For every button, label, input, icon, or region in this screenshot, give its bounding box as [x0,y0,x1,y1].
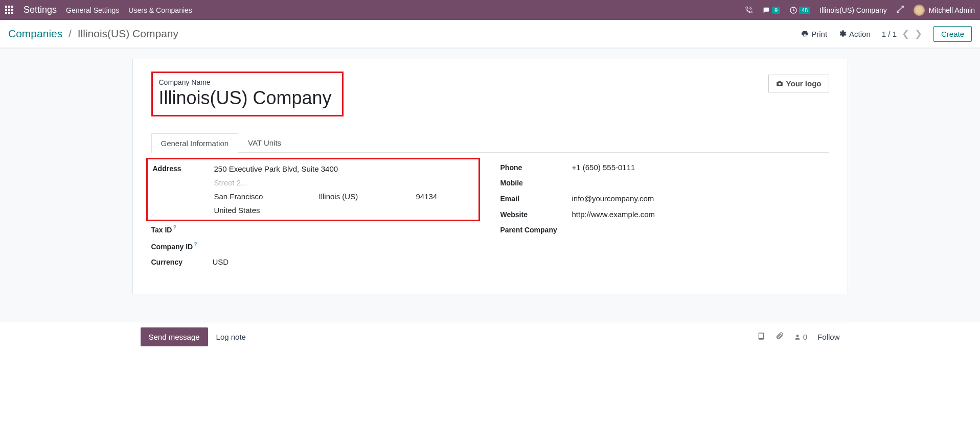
phone-field[interactable]: +1 (650) 555-0111 [572,163,829,172]
app-title: Settings [24,5,57,15]
company-name-field[interactable]: Illinois(US) Company [159,87,332,109]
nav-users-companies[interactable]: Users & Companies [128,6,192,14]
followers-button[interactable]: 0 [794,333,807,341]
form-column-left: Address 250 Executive Park Blvd, Suite 3… [151,163,480,273]
currency-label: Currency [151,258,213,266]
breadcrumb: Companies / Illinois(US) Company [8,28,178,40]
company-id-label: Company ID? [151,241,213,251]
zip-field[interactable]: 94134 [416,192,438,201]
tax-id-label: Tax ID? [151,224,213,234]
country-field[interactable]: United States [214,206,469,215]
follow-button[interactable]: Follow [817,333,839,341]
address-highlight-box: Address 250 Executive Park Blvd, Suite 3… [146,158,480,221]
form-sheet: Company Name Illinois(US) Company Your l… [132,59,848,294]
pager: 1 / 1 ❮ ❯ [882,28,922,39]
pager-next[interactable]: ❯ [915,28,922,39]
city-field[interactable]: San Francisco [214,192,299,201]
website-field[interactable]: http://www.example.com [572,210,829,219]
topbar: Settings General Settings Users & Compan… [0,0,980,20]
parent-company-label: Parent Company [500,226,572,234]
send-message-button[interactable]: Send message [141,327,208,346]
log-note-button[interactable]: Log note [208,327,254,346]
form-grid: Address 250 Executive Park Blvd, Suite 3… [151,163,829,273]
breadcrumb-root[interactable]: Companies [8,28,62,39]
messages-icon[interactable]: 9 [762,6,780,14]
currency-field[interactable]: USD [213,257,480,266]
debug-icon[interactable] [896,5,904,15]
company-name-label: Company Name [159,78,332,86]
pager-prev[interactable]: ❮ [902,28,909,39]
book-icon[interactable] [757,332,765,342]
tab-vat-units[interactable]: VAT Units [238,133,291,152]
nav-general-settings[interactable]: General Settings [66,6,119,14]
create-button[interactable]: Create [933,26,972,42]
voip-icon[interactable] [745,6,753,14]
website-label: Website [500,210,572,219]
email-label: Email [500,195,572,203]
avatar [914,5,925,16]
activities-badge: 48 [799,7,810,14]
control-bar: Companies / Illinois(US) Company Print A… [0,20,980,48]
messages-badge: 9 [772,7,780,14]
state-field[interactable]: Illinois (US) [319,192,396,201]
apps-icon[interactable] [5,6,14,15]
action-button[interactable]: Action [838,30,871,38]
email-field[interactable]: info@yourcompany.com [572,194,829,203]
svg-point-1 [796,335,799,337]
user-menu[interactable]: Mitchell Admin [914,5,975,16]
chatter-bar: Send message Log note 0 Follow [132,322,848,351]
print-button[interactable]: Print [801,30,827,38]
user-name: Mitchell Admin [929,6,975,14]
address-label: Address [153,164,214,215]
follower-count: 0 [803,333,807,341]
tab-general-information[interactable]: General Information [151,133,239,153]
company-switcher[interactable]: Illinois(US) Company [819,6,886,14]
phone-label: Phone [500,163,572,172]
street-field[interactable]: 250 Executive Park Blvd, Suite 3400 [214,164,469,173]
tabs: General Information VAT Units [151,133,829,153]
content-area: Company Name Illinois(US) Company Your l… [0,48,980,322]
company-name-block: Company Name Illinois(US) Company [151,72,344,116]
attachment-icon[interactable] [776,332,784,342]
logo-upload[interactable]: Your logo [768,75,829,92]
breadcrumb-separator: / [69,28,72,39]
form-column-right: Phone +1 (650) 555-0111 Mobile Email inf… [500,163,829,273]
mobile-label: Mobile [500,179,572,187]
pager-value[interactable]: 1 / 1 [882,30,897,38]
tax-id-help-icon[interactable]: ? [173,224,176,230]
company-id-help-icon[interactable]: ? [194,241,197,247]
street2-field[interactable]: Street 2... [214,178,469,187]
activities-icon[interactable]: 48 [789,6,810,14]
breadcrumb-current: Illinois(US) Company [78,28,178,39]
